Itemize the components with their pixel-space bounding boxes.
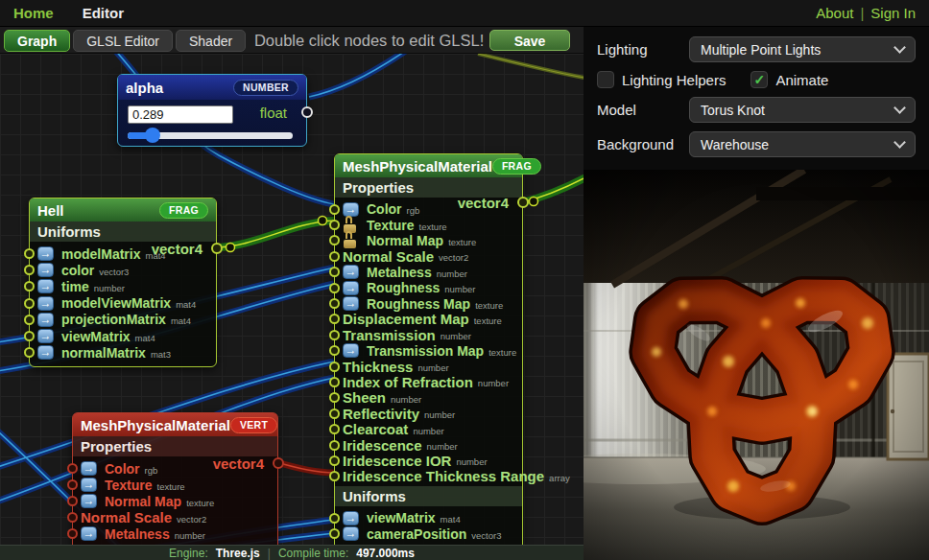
row-label: Normal Map xyxy=(105,494,181,509)
tab-glsl-editor[interactable]: GLSL Editor xyxy=(73,30,173,52)
input-port[interactable] xyxy=(329,283,340,293)
node-row: projectionMatrix mat4 xyxy=(37,312,212,328)
row-type: texture xyxy=(186,495,214,508)
row-type: rgb xyxy=(145,462,158,476)
node-alpha[interactable]: alpha NUMBER float xyxy=(117,74,307,147)
alpha-slider[interactable] xyxy=(128,132,293,139)
input-port[interactable] xyxy=(329,513,340,524)
tab-shader[interactable]: Shader xyxy=(176,30,246,52)
input-port[interactable] xyxy=(329,220,340,230)
input-port[interactable] xyxy=(329,440,340,451)
row-label: viewMatrix xyxy=(367,510,436,525)
background-select[interactable]: Warehouse xyxy=(689,131,916,157)
tab-graph[interactable]: Graph xyxy=(4,30,70,52)
node-header[interactable]: alpha NUMBER xyxy=(118,75,306,100)
input-port[interactable] xyxy=(329,267,340,277)
input-port[interactable] xyxy=(329,362,340,372)
row-type: texture xyxy=(157,478,185,492)
output-port[interactable] xyxy=(301,106,313,118)
row-type: number xyxy=(444,281,475,294)
node-hell[interactable]: Hell FRAG Uniforms modelMatrix mat4 xyxy=(29,198,217,367)
row-type: mat4 xyxy=(135,330,155,343)
input-port[interactable] xyxy=(67,528,78,539)
lighting-select[interactable]: Multiple Point Lights xyxy=(689,36,916,62)
nav-home[interactable]: Home xyxy=(13,5,54,21)
row-type: number xyxy=(478,375,509,388)
input-port[interactable] xyxy=(329,408,340,419)
model-select[interactable]: Torus Knot xyxy=(689,97,916,123)
input-port[interactable] xyxy=(329,298,340,309)
row-label: viewMatrix xyxy=(61,329,131,344)
node-row: Thickness number xyxy=(343,359,518,374)
nav-editor[interactable]: Editor xyxy=(83,5,124,21)
save-button[interactable]: Save xyxy=(489,30,570,51)
node-row: cameraPosition vector3 xyxy=(343,525,518,541)
row-icon xyxy=(37,313,54,327)
input-port[interactable] xyxy=(329,392,340,403)
input-port[interactable] xyxy=(329,424,340,434)
engine-value: Three.js xyxy=(216,547,260,560)
node-row: viewMatrix mat4 xyxy=(343,510,518,525)
input-port[interactable] xyxy=(24,298,35,309)
row-type: texture xyxy=(488,344,516,358)
nav-sign-in[interactable]: Sign In xyxy=(870,5,916,21)
node-row: modelViewMatrix mat4 xyxy=(37,295,212,312)
scene-controls: Lighting Multiple Point Lights Lighting … xyxy=(584,27,929,170)
output-label: vector4 xyxy=(152,241,202,257)
slider-knob[interactable] xyxy=(145,128,160,143)
section-uniforms: Uniforms xyxy=(335,486,522,506)
property-rows: Color rgb Texture texture xyxy=(335,198,522,486)
input-port[interactable] xyxy=(329,251,340,262)
node-title: MeshPhysicalMaterial xyxy=(81,417,230,433)
input-port[interactable] xyxy=(24,248,35,259)
input-port[interactable] xyxy=(67,512,78,523)
input-port[interactable] xyxy=(67,496,78,506)
node-row: Displacement Map texture xyxy=(343,312,518,327)
output-port[interactable] xyxy=(273,457,284,469)
row-label: Thickness xyxy=(343,359,413,375)
node-header[interactable]: MeshPhysicalMaterial FRAG xyxy=(335,154,522,177)
node-row: Sheen number xyxy=(343,390,518,406)
node-meshphysicalmaterial-frag[interactable]: MeshPhysicalMaterial FRAG Properties Col… xyxy=(334,153,523,545)
lighting-helpers-checkbox[interactable] xyxy=(597,71,614,88)
row-label: Iridescence IOR xyxy=(343,453,451,469)
input-port[interactable] xyxy=(329,204,340,215)
row-label: Clearcoat xyxy=(343,421,408,437)
input-port[interactable] xyxy=(329,455,340,466)
input-port[interactable] xyxy=(24,347,35,358)
chevron-down-icon xyxy=(893,102,906,114)
shader-3d-preview[interactable] xyxy=(584,170,929,560)
node-row: Iridescence IOR number xyxy=(343,453,518,468)
editor-tabbar: Graph GLSL Editor Shader Double click no… xyxy=(0,27,584,54)
input-port[interactable] xyxy=(24,281,35,292)
input-port[interactable] xyxy=(329,235,340,245)
row-label: Iridescence xyxy=(343,437,422,454)
input-port[interactable] xyxy=(67,463,78,474)
row-type: vector3 xyxy=(99,264,129,277)
input-port[interactable] xyxy=(329,377,340,387)
input-port[interactable] xyxy=(329,345,340,356)
node-graph-canvas[interactable]: alpha NUMBER float xyxy=(0,54,584,545)
output-port[interactable] xyxy=(211,243,223,254)
node-header[interactable]: Hell FRAG xyxy=(30,198,216,222)
node-meshphysicalmaterial-vert[interactable]: MeshPhysicalMaterial VERT Properties Col… xyxy=(72,412,278,545)
nav-about[interactable]: About xyxy=(816,5,853,21)
input-port[interactable] xyxy=(329,471,340,481)
input-port[interactable] xyxy=(24,265,35,275)
alpha-value-input[interactable] xyxy=(128,105,233,124)
row-label: Texture xyxy=(367,218,415,233)
row-label: Normal Scale xyxy=(343,248,434,265)
node-header[interactable]: MeshPhysicalMaterial VERT xyxy=(73,413,277,436)
row-icon xyxy=(81,478,97,492)
animate-checkbox[interactable]: ✓ xyxy=(750,71,768,88)
input-port[interactable] xyxy=(329,330,340,340)
input-port[interactable] xyxy=(329,314,340,324)
row-icon xyxy=(343,202,359,217)
input-port[interactable] xyxy=(24,331,35,341)
input-port[interactable] xyxy=(329,528,340,539)
row-type: vector3 xyxy=(471,527,501,541)
input-port[interactable] xyxy=(24,315,35,325)
input-port[interactable] xyxy=(67,479,78,490)
output-port[interactable] xyxy=(517,197,529,208)
lighting-helpers-label: Lighting Helpers xyxy=(622,72,726,88)
